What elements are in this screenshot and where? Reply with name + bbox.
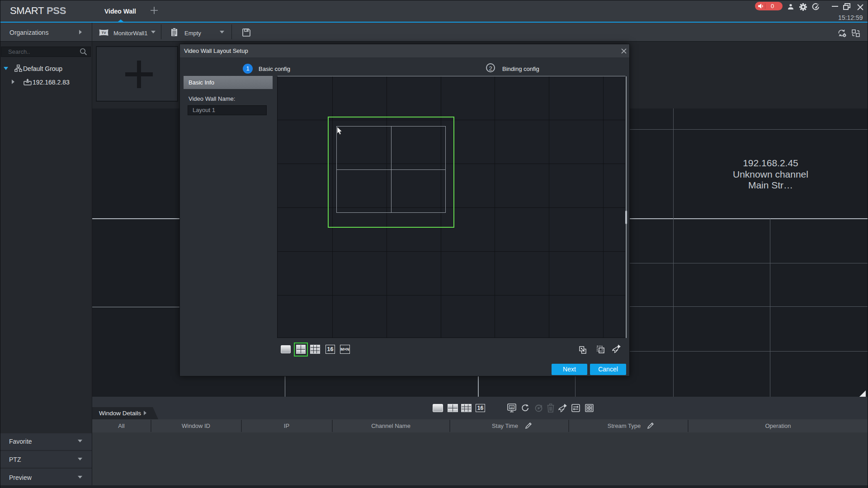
svg-text:TV: TV	[101, 31, 106, 35]
svg-text:on: on	[510, 406, 514, 409]
